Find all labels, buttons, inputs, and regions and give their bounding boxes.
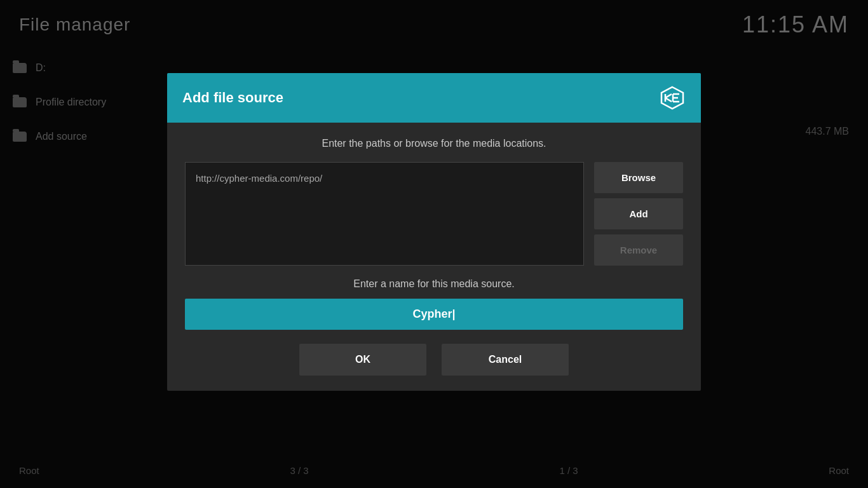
media-name-input[interactable]: Cypher| (185, 299, 683, 330)
add-button[interactable]: Add (594, 198, 683, 229)
remove-button[interactable]: Remove (594, 234, 683, 266)
dialog-body: Enter the paths or browse for the media … (167, 123, 701, 391)
svg-line-2 (665, 94, 672, 98)
path-buttons: Browse Add Remove (594, 162, 683, 266)
svg-line-3 (665, 98, 672, 102)
add-file-source-dialog: Add file source Enter the paths or brows… (167, 73, 701, 391)
ok-button[interactable]: OK (299, 344, 426, 376)
kodi-logo-icon (659, 85, 686, 111)
name-instruction: Enter a name for this media source. (185, 278, 683, 290)
path-input-area[interactable]: http://cypher-media.com/repo/ (185, 162, 584, 266)
path-section: http://cypher-media.com/repo/ Browse Add… (185, 162, 683, 266)
path-instruction: Enter the paths or browse for the media … (185, 138, 683, 149)
browse-button[interactable]: Browse (594, 162, 683, 193)
dialog-header: Add file source (167, 73, 701, 123)
dialog-title: Add file source (182, 90, 283, 106)
cancel-button[interactable]: Cancel (442, 344, 569, 376)
path-value: http://cypher-media.com/repo/ (196, 173, 322, 184)
dialog-actions: OK Cancel (185, 344, 683, 376)
